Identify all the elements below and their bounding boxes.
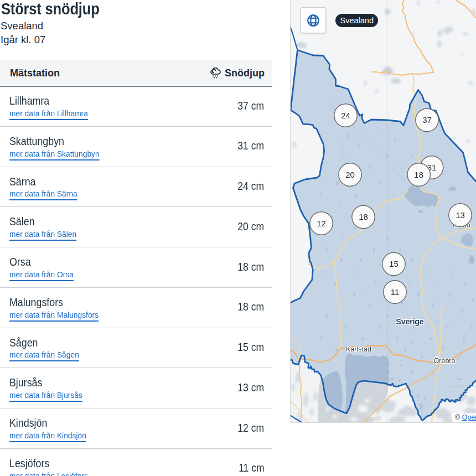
svg-text:18: 18 — [414, 170, 423, 179]
svg-text:11: 11 — [391, 287, 400, 297]
svg-text:15: 15 — [389, 259, 399, 268]
svg-text:18: 18 — [359, 212, 368, 221]
svg-text:Sverige: Sverige — [396, 317, 424, 326]
svg-text:Karlstad: Karlstad — [346, 345, 371, 353]
svg-text:20: 20 — [345, 170, 355, 179]
svg-text:Örebro: Örebro — [434, 357, 456, 365]
svg-text:37: 37 — [422, 115, 432, 125]
svg-text:13: 13 — [456, 210, 465, 220]
svg-text:12: 12 — [317, 219, 326, 228]
svg-text:24: 24 — [341, 111, 350, 120]
